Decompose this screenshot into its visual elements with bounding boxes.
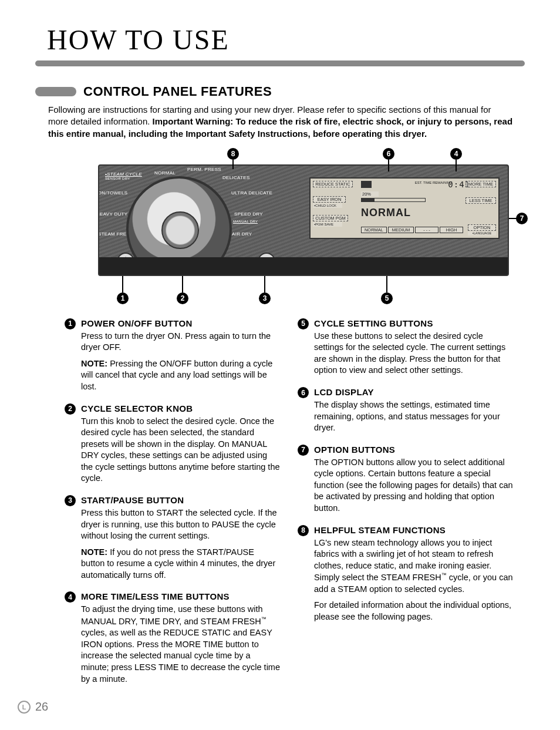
lcd-indicator-icon [361,181,372,188]
badge-1: 1 [65,318,76,329]
badge-2: 2 [65,403,76,415]
item-1: 1 POWER ON/OFF BUTTON Press to turn the … [65,318,280,393]
lcd-less-time: LESS TIME [465,197,496,204]
note-text: Pressing the ON/OFF button during a cycl… [81,359,272,391]
item-6-p1: The display shows the settings, estimate… [314,399,513,434]
badge-5: 5 [298,318,309,329]
lcd-language: •LANGUAGE [468,231,496,236]
item-7: 7 OPTION BUTTONS The OPTION buttons allo… [298,445,513,514]
label-manual-dry: MANUAL DRY [233,220,258,223]
item-1-p1: Press to turn the dryer ON. Press again … [81,331,280,354]
callout-5: 5 [381,292,393,304]
tm-icon: ™ [261,616,266,622]
lead [388,160,389,171]
item-8-p1: LG's new steam technology allows you to … [314,537,513,596]
item-2: 2 CYCLE SELECTOR KNOB Turn this knob to … [65,403,280,485]
cycle-setting-button-row: DRY LEVEL TEMP. CONTROL TIME DRY BEEPER [309,257,500,269]
cycle-selector-knob[interactable] [126,176,232,276]
label-cotton-towels: COTTON/TOWELS [98,190,124,196]
callout-7: 7 [516,213,528,224]
dryer-panel: •STEAM CYCLE SENSOR DRY NORMAL PERM. PRE… [98,164,509,276]
badge-4: 4 [65,591,76,603]
right-column: 5 CYCLE SETTING BUTTONS Use these button… [298,318,513,695]
lcd-row-dash: - - - [415,227,438,234]
item-7-p1: The OPTION buttons allow you to select a… [314,457,513,514]
power-icon: ⏻ [122,257,130,266]
item-6-title: LCD DISPLAY [314,387,513,397]
label-delicates: DELICATES [222,175,250,180]
lcd-more-time: MORE TIME [465,181,496,188]
label-heavy-duty: HEAVY DUTY [98,211,126,217]
item-7-title: OPTION BUTTONS [314,445,513,455]
item-1-p2: NOTE: Pressing the ON/OFF button during … [81,358,280,393]
badge-7: 7 [298,445,309,456]
lcd-custom-pgm: CUSTOM PGM [313,215,348,222]
item-2-p1: Turn this knob to select the desired cyc… [81,416,280,485]
lead [456,160,457,171]
time-dry-button[interactable]: TIME DRY [408,257,450,269]
badge-8: 8 [298,525,309,536]
start-pause-button[interactable]: ▶❚ [258,253,275,270]
callout-3: 3 [259,292,271,304]
note-label: NOTE: [81,359,107,368]
item-8-title: HELPFUL STEAM FUNCTIONS [314,525,513,535]
label-speed-dry: SPEED DRY [234,211,263,217]
lcd-row-medium: MEDIUM [388,227,414,234]
item-8-p2: For detailed information about the indiv… [314,600,513,623]
badge-3: 3 [65,495,76,506]
lcd-main-status: NORMAL [361,207,411,219]
left-column: 1 POWER ON/OFF BUTTON Press to turn the … [65,318,280,695]
lcd-display: REDUCE STATIC EASY IRON •CHILD LOCK CUST… [309,177,500,239]
dry-level-button[interactable]: DRY LEVEL [309,257,352,269]
lead [182,276,183,292]
callout-6: 6 [383,148,394,160]
intro-text: Following are instructions for starting … [48,104,513,140]
label-steam-cycle: •STEAM CYCLE [105,171,142,177]
lead [264,276,265,292]
text: cycles, as well as the REDUCE STATIC and… [81,628,280,683]
label-ultra-delicate: ULTRA DELICATE [231,190,272,196]
item-3-p2: NOTE: If you do not press the START/PAUS… [81,547,280,581]
text: To adjust the drying time, use these but… [81,604,263,625]
item-6: 6 LCD DISPLAY The display shows the sett… [298,387,513,434]
label-steam-fresh: STEAM FRESH™ [98,231,127,237]
callout-2: 2 [177,292,188,304]
lcd-pgm-save: •PGM SAVE [313,222,342,227]
item-3-title: START/PAUSE BUTTON [81,495,280,505]
item-8: 8 HELPFUL STEAM FUNCTIONS LG's new steam… [298,525,513,623]
item-5-p1: Use these buttons to select the desired … [314,331,513,376]
label-normal: NORMAL [154,170,176,176]
lcd-option: OPTION [468,224,496,231]
title-rule [35,60,525,66]
beeper-button[interactable]: BEEPER [457,257,500,269]
item-5-title: CYCLE SETTING BUTTONS [314,318,513,328]
note-label: NOTE: [81,547,107,557]
lcd-est-label: EST. TIME REMAINING [415,181,453,184]
note-text: If you do not press the START/PAUSE butt… [81,547,275,580]
item-1-title: POWER ON/OFF BUTTON [81,318,280,328]
lcd-progress-bar [361,198,426,202]
item-4: 4 MORE TIME/LESS TIME BUTTONS To adjust … [65,591,280,685]
lead [386,276,387,292]
temp-control-button[interactable]: TEMP. CONTROL [359,257,401,269]
lcd-pct: 20% [361,191,379,197]
page-footer: L 26 [18,700,48,714]
callout-8: 8 [227,148,239,160]
lcd-row-high: HIGH [440,227,463,234]
item-3-p1: Press this button to START the selected … [81,507,280,542]
callout-1: 1 [117,292,129,304]
label-perm-press: PERM. PRESS [187,167,221,172]
lcd-row-normal: NORMAL [361,227,387,234]
item-5: 5 CYCLE SETTING BUTTONS Use these button… [298,318,513,376]
power-button[interactable]: ⏻ [117,253,134,270]
lcd-child-lock: •CHILD LOCK [313,203,342,208]
section-pill-icon [35,87,76,96]
item-4-p1: To adjust the drying time, use these but… [81,604,280,685]
control-panel-diagram: 8 6 4 7 1 2 3 5 •STEAM CYCLE SENSOR DRY … [51,148,509,307]
label-sensor-dry: SENSOR DRY [105,177,130,180]
page-number: 26 [35,700,48,714]
feature-descriptions: 1 POWER ON/OFF BUTTON Press to turn the … [65,318,513,695]
section-header: CONTROL PANEL FEATURES [35,84,525,99]
lead [122,276,123,292]
section-title: CONTROL PANEL FEATURES [83,84,272,99]
